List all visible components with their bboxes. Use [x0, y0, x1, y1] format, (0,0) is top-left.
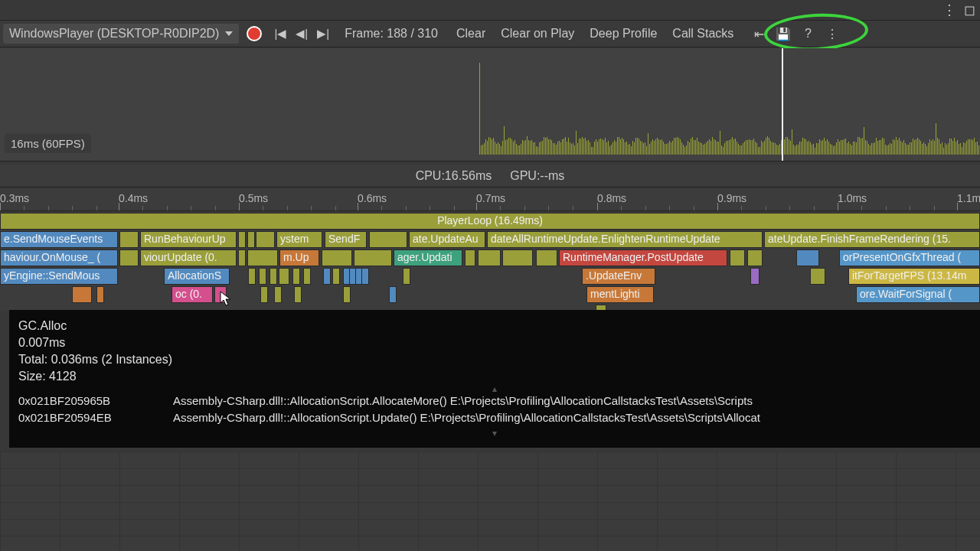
cpu-gpu-stats: CPU:16.56ms GPU:--ms — [0, 165, 980, 187]
timeline-block[interactable] — [343, 286, 351, 303]
clear-on-play-button[interactable]: Clear on Play — [495, 24, 580, 44]
fps-label: 16ms (60FPS) — [5, 134, 91, 153]
ruler-tick-label: 1.1ms — [957, 192, 980, 204]
timeline-block[interactable] — [279, 268, 289, 285]
timeline-block[interactable] — [294, 286, 302, 303]
load-icon[interactable]: ⇤ — [749, 24, 769, 44]
playerloop-block[interactable]: PlayerLoop (16.49ms) — [0, 213, 980, 230]
timeline-block[interactable] — [389, 286, 397, 303]
timeline-block[interactable]: e.SendMouseEvents — [0, 231, 118, 248]
timeline-block[interactable] — [247, 231, 255, 248]
timeline-block[interactable] — [292, 268, 300, 285]
timeline-block[interactable]: viourUpdate (0. — [140, 249, 237, 266]
timeline-block[interactable] — [119, 249, 139, 266]
timeline-block[interactable]: orPresentOnGfxThread ( — [839, 249, 980, 266]
overview-cursor — [782, 48, 783, 161]
target-selector[interactable]: WindowsPlayer (DESKTOP-R0DIP2D) — [3, 24, 239, 44]
record-button[interactable] — [247, 26, 262, 41]
timeline-block[interactable]: ager.Updati — [394, 249, 462, 266]
timeline-block[interactable] — [248, 268, 256, 285]
profiler-toolbar: WindowsPlayer (DESKTOP-R0DIP2D) |◀ ◀| ▶|… — [0, 20, 980, 47]
ruler-tick-label: 0.7ms — [476, 192, 505, 204]
help-icon[interactable]: ? — [798, 24, 818, 44]
frame-indicator: Frame: 188 / 310 — [345, 27, 438, 41]
timeline-block[interactable] — [247, 249, 278, 266]
timeline-block[interactable]: haviour.OnMouse_ ( — [0, 249, 118, 266]
timeline-block[interactable] — [750, 268, 760, 285]
expand-down-icon[interactable]: ▾ — [18, 429, 971, 437]
timeline-block[interactable] — [72, 286, 92, 303]
tooltip-total-line: Total: 0.036ms (2 Instances) — [18, 351, 971, 368]
timeline-block[interactable]: dateAllRuntimeUpdate.EnlightenRuntimeUpd… — [487, 231, 763, 248]
timeline-block[interactable]: mentLighti — [586, 286, 654, 303]
clear-button[interactable]: Clear — [450, 24, 492, 44]
tooltip-self-time: 0.007ms — [18, 334, 971, 351]
timeline-block[interactable] — [96, 286, 104, 303]
ruler-tick-label: 0.8ms — [597, 192, 626, 204]
timeline-block[interactable] — [238, 231, 246, 248]
timeline-block[interactable] — [502, 249, 533, 266]
timeline-block[interactable] — [260, 286, 268, 303]
ruler-tick-label: 0.5ms — [239, 192, 268, 204]
timeline-block[interactable]: ore.WaitForSignal ( — [856, 286, 980, 303]
timeline-block[interactable]: ate.UpdateAu — [409, 231, 485, 248]
tooltip-size: Size: 4128 — [18, 368, 971, 385]
cpu-time: CPU:16.56ms — [416, 169, 492, 183]
timeline-block[interactable] — [214, 286, 227, 303]
timeline-block[interactable] — [354, 249, 392, 266]
timeline-block[interactable] — [323, 268, 331, 285]
frame-next-button[interactable]: ▶| — [312, 24, 334, 44]
timeline-block[interactable] — [747, 249, 763, 266]
timeline-block[interactable]: ystem — [276, 231, 322, 248]
selection-tooltip: GC.Alloc 0.007ms Total: 0.036ms (2 Insta… — [9, 310, 980, 448]
timeline-block[interactable] — [796, 249, 819, 266]
frame-first-button[interactable]: |◀ — [270, 24, 291, 44]
timeline-block[interactable] — [256, 231, 275, 248]
timeline-block[interactable] — [270, 268, 277, 285]
timeline-block[interactable] — [119, 231, 139, 248]
timeline-block[interactable] — [303, 268, 311, 285]
timeline-block[interactable] — [238, 249, 246, 266]
timeline-block[interactable] — [332, 268, 340, 285]
ruler-tick-label: 0.6ms — [358, 192, 387, 204]
timeline-block[interactable] — [478, 249, 501, 266]
timeline-block[interactable]: RunBehaviourUp — [140, 231, 237, 248]
callstack-symbol: Assembly-CSharp.dll!::AllocationScript.U… — [173, 409, 760, 426]
kebab-icon[interactable]: ⋮ — [942, 2, 956, 18]
time-ruler[interactable]: 0.3ms0.4ms0.5ms0.6ms0.7ms0.8ms0.9ms1.0ms… — [0, 188, 980, 211]
timeline-block[interactable] — [259, 268, 266, 285]
timeline-block[interactable] — [810, 268, 825, 285]
timeline-block[interactable] — [403, 268, 410, 285]
menu-icon[interactable]: ⋮ — [822, 24, 842, 44]
timeline-block[interactable]: oc (0. — [172, 286, 213, 303]
callstack-row[interactable]: 0x021BF205965BAssembly-CSharp.dll!::Allo… — [18, 393, 971, 409]
timeline-block[interactable]: ateUpdate.FinishFrameRendering (15. — [764, 231, 980, 248]
timeline-block[interactable]: SendF — [325, 231, 367, 248]
save-icon[interactable]: 💾 — [773, 24, 793, 44]
timeline-block[interactable]: RuntimeManager.PostUpdate — [559, 249, 727, 266]
timeline-block[interactable] — [361, 268, 369, 285]
timeline-view[interactable]: PlayerLoop (16.49ms)e.SendMouseEventsRun… — [0, 211, 980, 311]
timeline-block[interactable] — [369, 231, 407, 248]
timeline-block[interactable] — [536, 249, 557, 266]
dropdown-arrow-icon — [225, 31, 233, 36]
frame-overview[interactable]: 16ms (60FPS) — [0, 48, 980, 161]
maximize-icon[interactable]: ◻ — [964, 2, 975, 18]
callstack-symbol: Assembly-CSharp.dll!::AllocationScript.A… — [173, 393, 753, 409]
timeline-block[interactable] — [465, 249, 475, 266]
lower-panel — [0, 452, 980, 551]
deep-profile-button[interactable]: Deep Profile — [583, 24, 663, 44]
frame-prev-button[interactable]: ◀| — [291, 24, 312, 44]
timeline-block[interactable] — [322, 249, 352, 266]
timeline-block[interactable] — [274, 286, 282, 303]
timeline-block[interactable]: itForTargetFPS (13.14m — [848, 268, 980, 285]
timeline-block[interactable] — [730, 249, 745, 266]
callstack-row[interactable]: 0x021BF20594EBAssembly-CSharp.dll!::Allo… — [18, 409, 971, 426]
timeline-block[interactable]: AllocationS — [164, 268, 230, 285]
timeline-block[interactable]: .UpdateEnv — [582, 268, 655, 285]
timeline-block[interactable]: m.Up — [279, 249, 319, 266]
expand-up-icon[interactable]: ▴ — [18, 385, 971, 393]
timeline-block[interactable]: yEngine::SendMous — [0, 268, 118, 285]
call-stacks-button[interactable]: Call Stacks — [666, 24, 740, 44]
tooltip-sample-name: GC.Alloc — [18, 318, 971, 334]
